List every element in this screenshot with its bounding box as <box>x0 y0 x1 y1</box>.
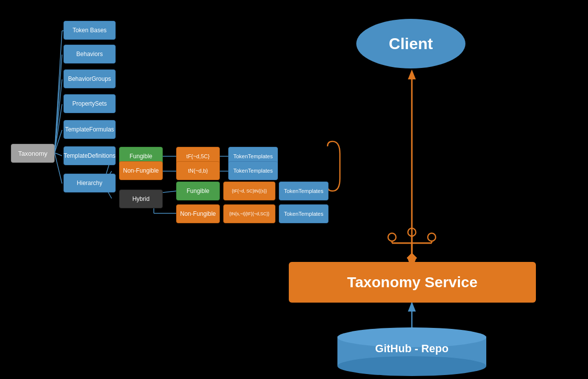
svg-marker-22 <box>408 69 416 79</box>
svg-line-7 <box>55 153 62 184</box>
svg-point-26 <box>388 233 396 241</box>
fungible2-node: Fungible <box>176 182 220 200</box>
token-templates-4: TokenTemplates <box>279 204 328 223</box>
svg-point-28 <box>428 233 436 241</box>
client-node: Client <box>356 19 465 68</box>
token-templates-3: TokenTemplates <box>279 182 328 200</box>
svg-marker-32 <box>407 253 417 263</box>
github-repo-node: GitHub - Repo <box>337 327 486 375</box>
hierarchy-node: Hierarchy <box>64 174 116 192</box>
template-definitions-node: TemplateDefinitions <box>64 146 116 165</box>
tn-s-tf-d-sc-node: {tN{s,~t}{tF}{~d,SC}} <box>223 204 275 223</box>
svg-marker-35 <box>408 302 416 312</box>
template-formulas-node: TemplateFormulas <box>64 120 116 139</box>
token-bases-node: Token Bases <box>64 21 116 40</box>
taxonomy-node: Taxonomy <box>11 144 55 163</box>
property-sets-node: PropertySets <box>64 94 116 113</box>
behavior-groups-node: BehaviorGroups <box>64 69 116 88</box>
tn-d-b-node: tN{~d,b} <box>176 161 220 180</box>
non-fungible2-node: Non-Fungible <box>176 204 220 223</box>
hybrid-node: Hybrid <box>119 190 163 208</box>
behaviors-node: Behaviors <box>64 45 116 63</box>
tf-d-sc-tn-s-node: {tF{~d, SC}tN{{s}} <box>223 182 275 200</box>
non-fungible1-node: Non-Fungible <box>119 161 163 180</box>
svg-line-6 <box>55 153 62 156</box>
diagram-container: Taxonomy Token Bases Behaviors BehaviorG… <box>0 0 588 379</box>
svg-line-2 <box>55 55 62 153</box>
taxonomy-service-node: Taxonomy Service <box>289 262 536 303</box>
token-templates-2: TokenTemplates <box>228 161 278 180</box>
